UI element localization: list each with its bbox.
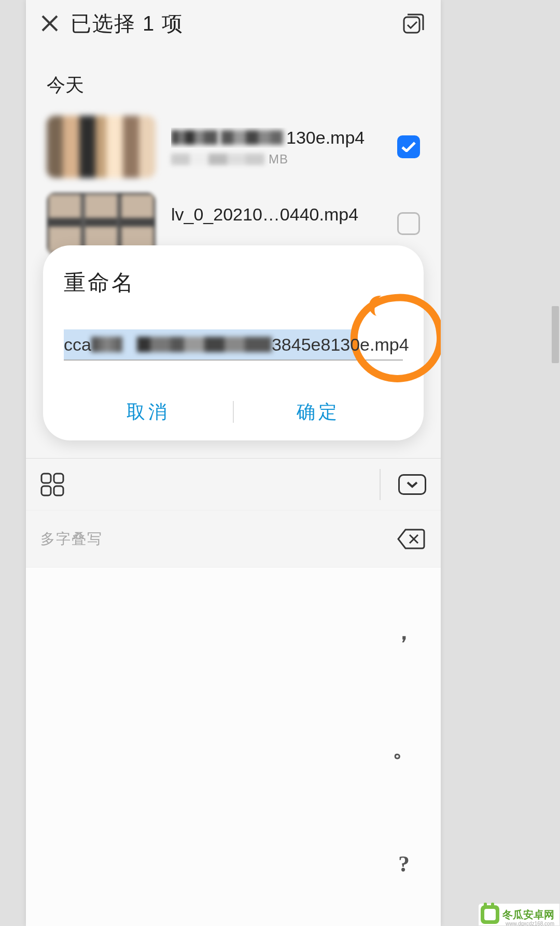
svg-rect-6 <box>54 486 63 495</box>
dialog-button-row: 取消 确定 <box>64 383 403 440</box>
chevron-down-icon <box>407 481 418 488</box>
keyboard-candidate-row: 多字叠写 <box>26 510 441 567</box>
page-scrollbar[interactable] <box>552 306 559 363</box>
censored-text <box>137 337 272 352</box>
watermark-text: 冬瓜安卓网 <box>502 908 554 922</box>
collapse-keyboard-button[interactable] <box>398 474 426 495</box>
rename-input[interactable]: cca 3845e8130e .mp4 <box>64 329 403 361</box>
rename-dialog: 重命名 cca 3845e8130e .mp4 取消 确定 <box>43 245 424 440</box>
cancel-button[interactable]: 取消 <box>64 383 233 440</box>
svg-rect-5 <box>41 486 51 495</box>
punct-question[interactable]: ? <box>398 851 410 877</box>
punctuation-column: ， 。 ? <box>391 573 417 921</box>
backspace-button[interactable] <box>396 528 426 550</box>
backspace-icon <box>396 528 426 550</box>
watermark-url: www.dgxcdz168.com <box>506 921 554 926</box>
watermark: 冬瓜安卓网 www.dgxcdz168.com <box>478 903 560 926</box>
phone-screen: 已选择 1 项 今天 130e.mp4 MB <box>26 0 441 926</box>
punct-period[interactable]: 。 <box>393 734 415 764</box>
censored-text <box>91 337 122 352</box>
ime-keyboard: 多字叠写 ， 。 ? <box>26 458 441 926</box>
svg-rect-4 <box>54 474 63 483</box>
keyboard-menu-button[interactable] <box>40 473 64 496</box>
toolbar-separator <box>380 469 381 500</box>
grid-icon <box>40 473 64 496</box>
dialog-title: 重命名 <box>64 268 403 297</box>
watermark-logo-icon <box>481 905 499 924</box>
handwriting-area[interactable]: ， 。 ? <box>26 567 441 926</box>
punct-comma[interactable]: ， <box>393 616 415 647</box>
ok-button[interactable]: 确定 <box>234 383 403 440</box>
keyboard-toolbar <box>26 458 441 510</box>
ime-mode-hint: 多字叠写 <box>40 529 103 549</box>
svg-rect-3 <box>41 474 51 483</box>
